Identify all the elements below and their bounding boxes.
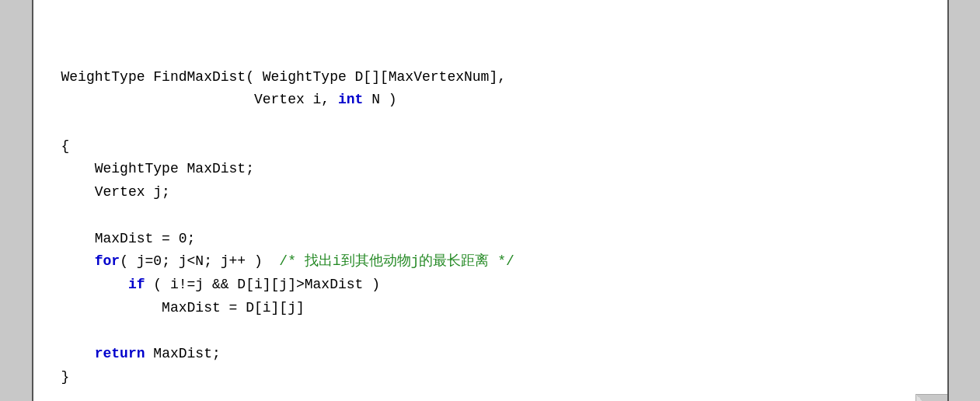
code-token: ( j=0; j<N; j++ ): [120, 253, 279, 269]
code-token: MaxDist = D[i][j]: [61, 300, 305, 316]
code-block: WeightType FindMaxDist( WeightType D[][M…: [61, 0, 919, 389]
code-token: for: [95, 253, 120, 269]
code-token: }: [61, 369, 70, 385]
code-token: return: [95, 346, 145, 361]
code-line: return MaxDist;: [61, 343, 919, 366]
code-card: WeightType FindMaxDist( WeightType D[][M…: [32, 0, 949, 401]
code-line: if ( i!=j && D[i][j]>MaxDist ): [61, 274, 919, 297]
code-token: ( i!=j && D[i][j]>MaxDist ): [145, 277, 380, 292]
code-line: WeightType FindMaxDist( WeightType D[][M…: [61, 66, 919, 89]
code-token: WeightType MaxDist;: [61, 161, 254, 176]
code-token: MaxDist;: [145, 346, 221, 361]
code-line: MaxDist = D[i][j]: [61, 297, 919, 320]
code-line: Vertex j;: [61, 181, 919, 204]
code-line: }: [61, 366, 919, 389]
code-token: Vertex j;: [61, 184, 170, 200]
code-line: [61, 319, 919, 343]
code-token: WeightType FindMaxDist( WeightType D[][M…: [61, 69, 507, 85]
code-line: MaxDist = 0;: [61, 228, 919, 251]
code-token: N ): [363, 92, 396, 107]
code-token: Vertex i,: [61, 92, 338, 107]
code-token: int: [338, 92, 363, 107]
code-token: [61, 277, 128, 292]
code-line: [61, 204, 919, 228]
code-token: [61, 346, 95, 361]
code-line: Vertex i, int N ): [61, 89, 919, 112]
code-line: [61, 112, 919, 135]
code-token: [61, 253, 95, 269]
code-token: if: [128, 277, 145, 292]
code-token: MaxDist = 0;: [61, 231, 196, 246]
code-token: {: [61, 138, 70, 154]
code-line: for( j=0; j<N; j++ ) /* 找出i到其他动物j的最长距离 *…: [61, 250, 919, 274]
code-token: /* 找出i到其他动物j的最长距离 */: [279, 253, 514, 269]
code-line: {: [61, 135, 919, 159]
code-line: WeightType MaxDist;: [61, 158, 919, 181]
